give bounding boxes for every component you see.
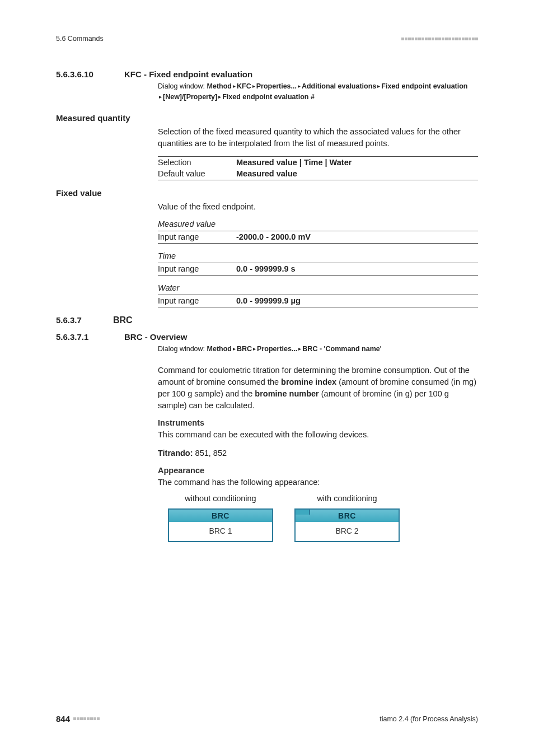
term-bromine-number: bromine number	[255, 389, 318, 398]
footer-product: tiamo 2.4 (for Process Analysis)	[380, 715, 478, 723]
header-breadcrumb: 5.6 Commands	[56, 35, 104, 43]
dialog-path: Dialog window: Method▸KFC▸Properties...▸…	[158, 81, 478, 103]
dialog-seg: BRC	[237, 345, 252, 353]
brc-block-name: BRC 1	[169, 522, 272, 541]
group-label: Measured value	[158, 220, 478, 228]
dialog-seg: Properties...	[257, 345, 297, 353]
dialog-path: Dialog window: Method▸BRC▸Properties...▸…	[158, 344, 478, 354]
fixed-value-table: Input range-2000.0 - 2000.0 mV	[158, 231, 478, 244]
brc-block-with: BRC BRC 2	[294, 508, 400, 542]
dialog-seg: Properties...	[256, 82, 297, 90]
dialog-seg: Additional evaluations	[302, 82, 376, 90]
kv-key: Default value	[158, 168, 236, 180]
dialog-seg: Fixed endpoint evaluation #	[222, 93, 315, 101]
fixed-value-heading: Fixed value	[56, 188, 478, 198]
dialog-label: Dialog window:	[158, 345, 205, 353]
kv-value: 0.0 - 999999.9 s	[236, 263, 478, 275]
dialog-seg: Method	[207, 345, 232, 353]
section-title: BRC - Overview	[124, 332, 188, 342]
fixed-value-table: Input range0.0 - 999999.9 s	[158, 263, 478, 276]
appearance-heading: Appearance	[158, 466, 478, 475]
term-bromine-index: bromine index	[281, 377, 336, 386]
measured-quantity-table: SelectionMeasured value | Time | Water D…	[158, 156, 478, 180]
section-title: BRC	[113, 315, 133, 325]
kv-value: Measured value | Time | Water	[236, 156, 478, 168]
titrando-line: Titrando: 851, 852	[158, 447, 478, 459]
footer-ticks-icon	[73, 717, 100, 720]
dialog-seg: Method	[207, 82, 232, 90]
kv-value: 0.0 - 999999.9 µg	[236, 295, 478, 307]
appearance-desc: The command has the following appearance…	[158, 477, 478, 488]
brc-block-name: BRC 2	[296, 522, 399, 541]
header-ticks-icon	[401, 38, 478, 40]
group-label: Water	[158, 283, 478, 292]
titrando-label: Titrando:	[158, 449, 193, 458]
brc-block-without: BRC BRC 1	[168, 508, 273, 542]
measured-quantity-heading: Measured quantity	[56, 113, 478, 123]
brc-block-title: BRC	[169, 510, 272, 522]
dialog-seg: KFC	[237, 82, 251, 90]
page-number: 844	[56, 714, 70, 724]
kv-value: Measured value	[236, 168, 478, 180]
dialog-seg: BRC - 'Command name'	[302, 345, 381, 353]
section-number: 5.6.3.7	[56, 315, 101, 325]
kv-key: Input range	[158, 263, 236, 275]
measured-quantity-desc: Selection of the fixed measured quantity…	[158, 126, 478, 150]
group-label: Time	[158, 251, 478, 260]
kv-key: Input range	[158, 295, 236, 307]
instruments-desc: This command can be executed with the fo…	[158, 429, 478, 441]
brc-overview-desc: Command for coulometric titration for de…	[158, 365, 478, 412]
section-title: KFC - Fixed endpoint evaluation	[124, 69, 252, 79]
brc-block-title: BRC	[296, 510, 399, 522]
dialog-label: Dialog window:	[158, 82, 205, 90]
with-conditioning-label: with conditioning	[294, 494, 400, 503]
kv-key: Input range	[158, 231, 236, 243]
without-conditioning-label: without conditioning	[168, 494, 273, 503]
titrando-value: 851, 852	[193, 449, 227, 458]
fixed-value-desc: Value of the fixed endpoint.	[158, 201, 478, 213]
kv-key: Selection	[158, 156, 236, 168]
instruments-heading: Instruments	[158, 418, 478, 427]
brc-notch-icon	[294, 508, 310, 515]
section-number: 5.6.3.6.10	[56, 69, 112, 79]
dialog-seg: Fixed endpoint evaluation	[381, 82, 467, 90]
section-number: 5.6.3.7.1	[56, 332, 112, 342]
dialog-seg: [New]/[Property]	[163, 93, 217, 101]
fixed-value-table: Input range0.0 - 999999.9 µg	[158, 295, 478, 307]
kv-value: -2000.0 - 2000.0 mV	[236, 231, 478, 243]
